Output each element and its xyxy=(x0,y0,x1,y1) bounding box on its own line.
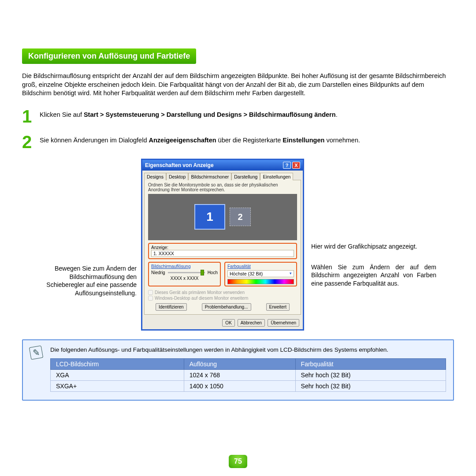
resolution-group: Bildschirmauflösung Niedrig Hoch XXXX x … xyxy=(148,262,221,286)
tab-desktop[interactable]: Desktop xyxy=(166,173,189,180)
tab-screensaver[interactable]: Bildschirmschoner xyxy=(188,173,231,180)
tab-appearance[interactable]: Darstellung xyxy=(231,173,260,180)
resolution-value: XXXX x XXXX xyxy=(151,276,218,281)
table-row: SXGA+ 1400 x 1050 Sehr hoch (32 Bit) xyxy=(51,380,446,391)
color-quality-label: Farbqualität xyxy=(227,264,294,269)
display-label: Anzeige: xyxy=(151,245,294,250)
chevron-down-icon: ▾ xyxy=(290,271,292,276)
resolution-high-label: Hoch xyxy=(208,270,218,275)
recommendation-note: ✎ Die folgenden Auflösungs- und Farbqual… xyxy=(22,339,454,401)
display-dropdown[interactable]: 1. XXXXX xyxy=(151,250,294,257)
tab-designs[interactable]: Designs xyxy=(144,173,166,180)
advanced-button[interactable]: Erweitert xyxy=(266,303,290,311)
page-number: 75 xyxy=(229,455,247,468)
callout-graphics-chipset: Hier wird der Grafikchipsatz angezeigt. xyxy=(311,242,436,251)
color-spectrum-preview xyxy=(227,279,294,284)
monitor-arrange-hint: Ordnen Sie die Monitorsymbole so an, das… xyxy=(148,182,297,192)
troubleshoot-button[interactable]: Problembehandlung... xyxy=(202,303,251,311)
callout-color-quality: Wählen Sie zum Ändern der auf dem Bildsc… xyxy=(311,263,436,288)
monitor-2-icon[interactable]: 2 xyxy=(230,208,251,226)
display-selector-group: Anzeige: 1. XXXXX xyxy=(148,243,297,259)
resolution-slider[interactable] xyxy=(168,272,205,273)
primary-monitor-checkbox[interactable]: Dieses Gerät als primären Monitor verwen… xyxy=(148,290,297,295)
help-button[interactable]: ? xyxy=(283,162,291,169)
intro-paragraph: Die Bildschirmauflösung entspricht der A… xyxy=(22,72,454,98)
color-quality-dropdown[interactable]: Höchste (32 Bit)▾ xyxy=(227,270,294,277)
table-header-lcd: LCD-Bildschirm xyxy=(51,358,184,369)
callout-resolution-slider: Bewegen Sie zum Ändern der Bildschirmauf… xyxy=(40,264,141,298)
note-icon: ✎ xyxy=(29,345,43,359)
close-button[interactable]: X xyxy=(292,162,300,169)
step-2: 2 Sie können Änderungen im Dialogfeld An… xyxy=(22,133,454,151)
monitor-preview[interactable]: 1 2 xyxy=(148,194,297,240)
dialog-title: Eigenschaften von Anzeige xyxy=(145,162,282,168)
resolution-table: LCD-Bildschirm Auflösung Farbqualität XG… xyxy=(50,358,446,392)
tab-settings[interactable]: Einstellungen xyxy=(260,173,293,180)
section-heading: Konfigurieren von Auflösung und Farbtief… xyxy=(22,48,196,64)
dialog-titlebar: Eigenschaften von Anzeige ? X xyxy=(142,160,303,171)
ok-button[interactable]: OK xyxy=(222,319,234,327)
extend-desktop-checkbox[interactable]: Windows-Desktop auf diesem Monitor erwei… xyxy=(148,296,297,301)
color-quality-group: Farbqualität Höchste (32 Bit)▾ xyxy=(224,262,297,286)
step-1: 1 Klicken Sie auf Start > Systemsteuerun… xyxy=(22,108,454,125)
step-1-number: 1 xyxy=(22,108,40,125)
table-header-colorquality: Farbqualität xyxy=(295,358,446,369)
dialog-tabs: Designs Desktop Bildschirmschoner Darste… xyxy=(142,171,303,180)
resolution-low-label: Niedrig xyxy=(151,270,165,275)
identify-button[interactable]: Identifizieren xyxy=(156,303,187,311)
step-2-text: Sie können Änderungen im Dialogfeld Anze… xyxy=(40,133,360,151)
cancel-button[interactable]: Abbrechen xyxy=(238,319,265,327)
table-row: XGA 1024 x 768 Sehr hoch (32 Bit) xyxy=(51,369,446,380)
note-text: Die folgenden Auflösungs- und Farbqualit… xyxy=(50,346,446,353)
monitor-1-icon[interactable]: 1 xyxy=(194,204,225,230)
table-header-resolution: Auflösung xyxy=(184,358,295,369)
step-2-number: 2 xyxy=(22,133,40,151)
apply-button[interactable]: Übernehmen xyxy=(268,319,299,327)
step-1-text: Klicken Sie auf Start > Systemsteuerung … xyxy=(40,108,338,125)
resolution-label: Bildschirmauflösung xyxy=(151,264,218,269)
tab-body: Ordnen Sie die Monitorsymbole so an, das… xyxy=(144,180,301,315)
display-properties-dialog: Eigenschaften von Anzeige ? X Designs De… xyxy=(141,159,304,331)
